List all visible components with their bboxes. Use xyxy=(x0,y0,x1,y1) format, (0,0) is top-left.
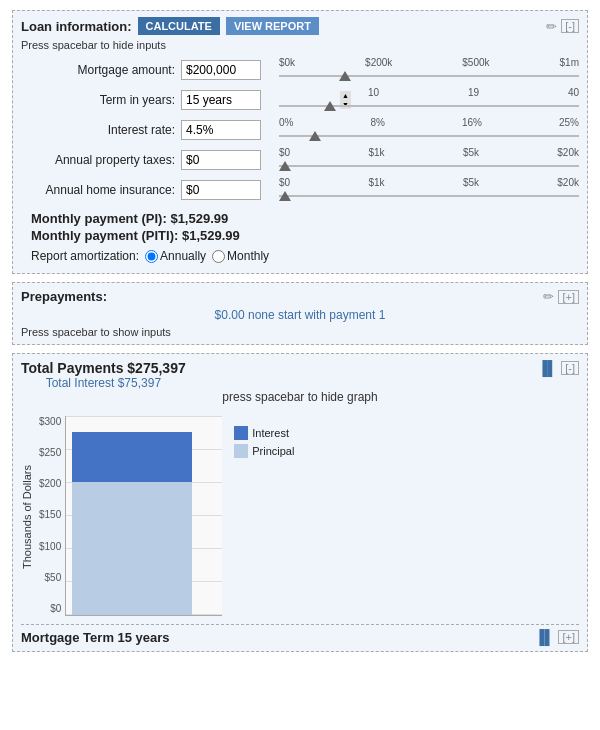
bottom-expand-icon[interactable]: [+] xyxy=(558,630,579,644)
bar-interest xyxy=(72,432,192,482)
taxes-slider-labels: $0 $1k $5k $20k xyxy=(279,147,579,158)
term-years-label: Term in years: xyxy=(21,93,181,107)
amortization-label: Report amortization: xyxy=(31,249,139,263)
interest-rate-label: Interest rate: xyxy=(21,123,181,137)
monthly-pi-label: Monthly payment (PI): xyxy=(31,211,167,226)
view-report-button[interactable]: VIEW REPORT xyxy=(226,17,319,35)
legend-principal-label: Principal xyxy=(252,445,294,457)
taxes-slider-bar[interactable] xyxy=(279,159,579,173)
loan-section: Loan information: CALCULATE VIEW REPORT … xyxy=(12,10,588,274)
chart-legend: Interest Principal xyxy=(234,426,294,458)
gridline-1 xyxy=(66,416,222,417)
legend-principal-box xyxy=(234,444,248,458)
prepay-title: Prepayments: xyxy=(21,289,107,304)
taxes-slider-line xyxy=(279,165,579,167)
prepay-section: Prepayments: ✏ [+] $0.00 none start with… xyxy=(12,282,588,345)
y-axis-labels: $300 $250 $200 $150 $100 $50 $0 xyxy=(39,416,65,616)
prepay-header: Prepayments: ✏ [+] xyxy=(21,289,579,304)
property-taxes-label: Annual property taxes: xyxy=(21,153,181,167)
insurance-slider-labels: $0 $1k $5k $20k xyxy=(279,177,579,188)
bar-chart-icon: ▐▌ xyxy=(537,360,557,376)
legend-interest-label: Interest xyxy=(252,427,289,439)
insurance-slider-thumb[interactable] xyxy=(279,191,291,201)
mortgage-amount-label: Mortgage amount: xyxy=(21,63,181,77)
mortgage-slider-bar[interactable] xyxy=(279,69,579,83)
prepay-edit-icon[interactable]: ✏ xyxy=(543,289,554,304)
amortization-monthly-radio[interactable] xyxy=(212,250,225,263)
monthly-pi-value: $1,529.99 xyxy=(170,211,228,226)
total-interest-subtitle: Total Interest $75,397 xyxy=(21,376,186,390)
total-payments-title: Total Payments $275,397 xyxy=(21,360,186,376)
collapse-icon[interactable]: [-] xyxy=(561,19,579,33)
term-slider-area: 10 19 40 xyxy=(271,87,579,113)
loan-section-title: Loan information: xyxy=(21,19,132,34)
chart-inner xyxy=(65,416,222,616)
monthly-piti-value: $1,529.99 xyxy=(182,228,240,243)
totals-collapse-icon[interactable]: [-] xyxy=(561,361,579,375)
mortgage-slider-labels: $0k $200k $500k $1m xyxy=(279,57,579,68)
edit-icon[interactable]: ✏ xyxy=(546,19,557,34)
home-insurance-input[interactable] xyxy=(181,180,261,200)
bottom-title-bar: Mortgage Term 15 years ▐▌ [+] xyxy=(21,624,579,645)
bottom-bar-chart-icon: ▐▌ xyxy=(535,629,555,645)
monthly-piti-label: Monthly payment (PITI): xyxy=(31,228,178,243)
interest-slider-bar[interactable] xyxy=(279,129,579,143)
taxes-slider-thumb[interactable] xyxy=(279,161,291,171)
results-area: Monthly payment (PI): $1,529.99 Monthly … xyxy=(21,211,579,263)
term-slider-bar[interactable] xyxy=(279,99,579,113)
amortization-annually-radio[interactable] xyxy=(145,250,158,263)
bar-principal xyxy=(72,482,192,615)
term-slider-thumb[interactable] xyxy=(324,101,336,111)
totals-icons: ▐▌ [-] xyxy=(537,360,579,376)
chart-container: Thousands of Dollars $300 $250 $200 $150… xyxy=(21,412,579,618)
term-slider-labels: 10 19 40 xyxy=(279,87,579,98)
prepay-expand-icon[interactable]: [+] xyxy=(558,290,579,304)
chart-bottom-section: Interest Principal xyxy=(65,416,579,616)
legend-principal: Principal xyxy=(234,444,294,458)
mortgage-amount-slider-area: $0k $200k $500k $1m xyxy=(271,57,579,83)
prepay-info-text: $0.00 none start with payment 1 xyxy=(21,308,579,322)
taxes-slider-area: $0 $1k $5k $20k xyxy=(271,147,579,173)
mortgage-slider-thumb[interactable] xyxy=(339,71,351,81)
insurance-slider-area: $0 $1k $5k $20k xyxy=(271,177,579,203)
monthly-pi-row: Monthly payment (PI): $1,529.99 xyxy=(31,211,579,226)
interest-slider-area: 0% 8% 16% 25% xyxy=(271,117,579,143)
legend-interest-box xyxy=(234,426,248,440)
term-years-input-wrap: ▲ ▼ xyxy=(181,90,261,110)
amortization-annually-label[interactable]: Annually xyxy=(145,249,206,263)
y-label-0: $0 xyxy=(39,603,61,614)
interest-slider-thumb[interactable] xyxy=(309,131,321,141)
bottom-title-text: Mortgage Term 15 years xyxy=(21,630,170,645)
interest-slider-labels: 0% 8% 16% 25% xyxy=(279,117,579,128)
amortization-monthly-text: Monthly xyxy=(227,249,269,263)
y-label-100: $100 xyxy=(39,541,61,552)
mortgage-slider-line xyxy=(279,75,579,77)
mortgage-amount-input[interactable] xyxy=(181,60,261,80)
chart-area: Interest Principal xyxy=(65,416,579,618)
y-label-250: $250 xyxy=(39,447,61,458)
legend-interest: Interest xyxy=(234,426,294,440)
loan-section-header: Loan information: CALCULATE VIEW REPORT … xyxy=(21,17,579,35)
y-label-50: $50 xyxy=(39,572,61,583)
y-label-200: $200 xyxy=(39,478,61,489)
term-slider-line xyxy=(279,105,579,107)
interest-rate-input[interactable] xyxy=(181,120,261,140)
y-label-150: $150 xyxy=(39,509,61,520)
amortization-annually-text: Annually xyxy=(160,249,206,263)
property-taxes-input[interactable] xyxy=(181,150,261,170)
y-label-300: $300 xyxy=(39,416,61,427)
hide-inputs-hint: Press spacebar to hide inputs xyxy=(21,39,579,51)
totals-header: Total Payments $275,397 Total Interest $… xyxy=(21,360,579,390)
loan-inputs-grid: Mortgage amount: $0k $200k $500k $1m Ter… xyxy=(21,57,579,203)
insurance-slider-line xyxy=(279,195,579,197)
totals-title-group: Total Payments $275,397 Total Interest $… xyxy=(21,360,186,390)
amortization-row: Report amortization: Annually Monthly xyxy=(31,249,579,263)
bottom-title-icons: ▐▌ [+] xyxy=(535,629,579,645)
totals-section: Total Payments $275,397 Total Interest $… xyxy=(12,353,588,652)
insurance-slider-bar[interactable] xyxy=(279,189,579,203)
calculate-button[interactable]: CALCULATE xyxy=(138,17,220,35)
amortization-monthly-label[interactable]: Monthly xyxy=(212,249,269,263)
y-axis-label: Thousands of Dollars xyxy=(21,416,39,618)
show-inputs-hint: Press spacebar to show inputs xyxy=(21,326,579,338)
monthly-piti-row: Monthly payment (PITI): $1,529.99 xyxy=(31,228,579,243)
